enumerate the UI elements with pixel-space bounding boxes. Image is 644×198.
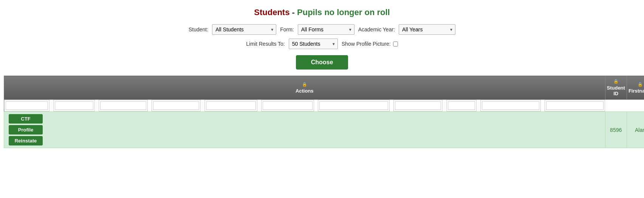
filter-cell-actions xyxy=(4,100,50,111)
col-header-firstname: 🔒 Firstname xyxy=(627,76,644,100)
academic-year-label: Academic Year: xyxy=(358,26,395,32)
form-select-wrapper[interactable]: All Forms xyxy=(298,24,355,35)
limit-select[interactable]: 50 Students xyxy=(289,39,338,49)
students-table: 🔒 Actions 🔒 Student ID 🔒 Firstname 🔒 Sur… xyxy=(4,76,644,148)
cell-student-id: 8596 xyxy=(605,112,627,148)
filter-cell-upn xyxy=(318,100,390,111)
form-label: Form: xyxy=(280,26,294,32)
filter-input-firstname[interactable] xyxy=(100,101,146,110)
col-icon-firstname: 🔒 xyxy=(629,82,644,87)
filter-input-dob[interactable] xyxy=(395,101,441,110)
filter-input-leaving-date[interactable] xyxy=(482,101,539,110)
col-icon-actions: 🔒 xyxy=(6,82,604,87)
cell-firstname: Alan xyxy=(627,112,644,148)
title-dash: - xyxy=(292,8,297,17)
table-body: CTFProfileReinstate8596AlanBartonAlanBar… xyxy=(4,112,644,148)
filter-input-pref-firstname[interactable] xyxy=(206,101,256,110)
title-students: Students xyxy=(254,8,289,17)
filter-cell-leaving-date xyxy=(480,100,541,111)
filter-cell-surname xyxy=(152,100,201,111)
cell-actions: CTFProfileReinstate xyxy=(4,112,605,148)
profile-button[interactable]: Profile xyxy=(9,125,43,135)
filter-input-surname[interactable] xyxy=(153,101,199,110)
year-select-wrapper[interactable]: All Years xyxy=(399,24,455,35)
ctf-button[interactable]: CTF xyxy=(9,114,43,124)
filter-input-pref-surname[interactable] xyxy=(263,101,313,110)
filter-row-1: Student: All Students Form: All Forms Ac… xyxy=(189,24,455,35)
filter-cell-dob xyxy=(393,100,443,111)
filter-input-year[interactable] xyxy=(448,101,475,110)
filter-input-destination-school[interactable] xyxy=(546,101,604,110)
show-profile-label: Show Profile Picture: xyxy=(342,41,391,47)
form-select[interactable]: All Forms xyxy=(298,24,355,35)
page-container: Students - Pupils no longer on roll Stud… xyxy=(0,0,644,198)
filter-cell-firstname xyxy=(99,100,148,111)
year-select[interactable]: All Years xyxy=(399,24,455,35)
page-title: Students - Pupils no longer on roll xyxy=(4,8,640,17)
student-label: Student: xyxy=(189,26,208,32)
filter-cell-pref-firstname xyxy=(204,100,257,111)
student-select-wrapper[interactable]: All Students xyxy=(212,24,276,35)
filter-cell-destination-school xyxy=(545,100,605,111)
filter-cell-student-id xyxy=(53,100,95,111)
choose-btn-area: Choose xyxy=(4,55,640,70)
limit-select-wrapper[interactable]: 50 Students xyxy=(289,39,338,49)
table-filter-row xyxy=(4,100,605,111)
reinstate-button[interactable]: Reinstate xyxy=(9,136,43,145)
filter-row-2: Limit Results To: 50 Students Show Profi… xyxy=(246,39,398,49)
col-header-student-id: 🔒 Student ID xyxy=(605,76,627,100)
show-profile-checkbox[interactable] xyxy=(393,42,398,46)
filter-input-student-id[interactable] xyxy=(55,101,93,110)
filters-area: Student: All Students Form: All Forms Ac… xyxy=(4,24,640,49)
limit-label: Limit Results To: xyxy=(246,41,285,47)
student-select[interactable]: All Students xyxy=(212,24,276,35)
show-profile-area: Show Profile Picture: xyxy=(342,41,398,47)
action-buttons: CTFProfileReinstate xyxy=(6,114,603,145)
col-icon-student-id: 🔒 xyxy=(607,79,625,84)
filter-input-upn[interactable] xyxy=(319,101,388,110)
filter-cell-year xyxy=(446,100,477,111)
choose-button[interactable]: Choose xyxy=(296,55,348,70)
table-row: CTFProfileReinstate8596AlanBartonAlanBar… xyxy=(4,112,644,148)
title-subtitle: Pupils no longer on roll xyxy=(297,8,390,17)
col-header-actions: 🔒 Actions xyxy=(4,76,605,100)
table-header-row: 🔒 Actions 🔒 Student ID 🔒 Firstname 🔒 Sur… xyxy=(4,76,644,100)
filter-input-actions[interactable] xyxy=(6,101,48,110)
filter-cell-pref-surname xyxy=(261,100,314,111)
